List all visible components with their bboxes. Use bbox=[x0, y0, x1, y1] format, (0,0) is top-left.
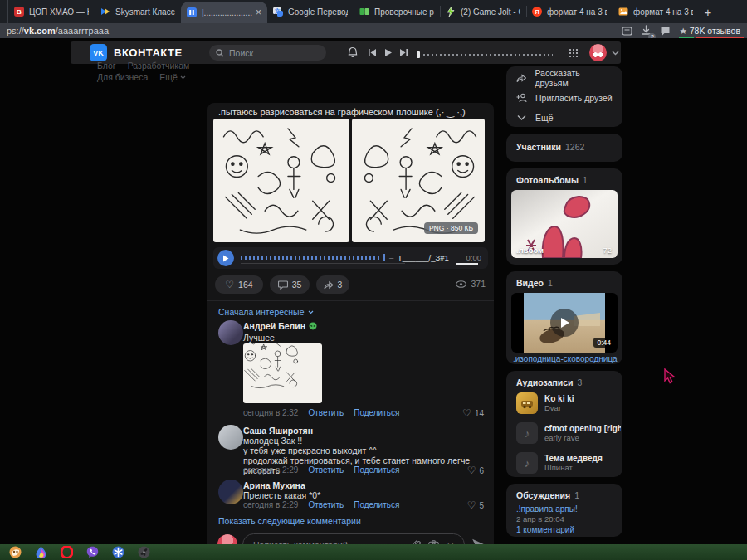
vk-logo-text[interactable]: ВКОНТАКТЕ bbox=[114, 46, 183, 59]
reply-link[interactable]: Ответить bbox=[308, 408, 344, 417]
reply-link[interactable]: Ответить bbox=[308, 465, 344, 475]
link-blog[interactable]: Блог bbox=[97, 61, 116, 71]
share-button[interactable]: 3 bbox=[316, 275, 349, 294]
audio-volume-line[interactable] bbox=[456, 263, 478, 265]
comments-bubble-icon[interactable] bbox=[660, 26, 671, 37]
post-audio-player: – Т______/_З#1 0:00 bbox=[213, 247, 488, 269]
link-business[interactable]: Для бизнеса bbox=[97, 72, 148, 82]
track-art-note-icon: ♪ bbox=[516, 452, 538, 474]
comment-avatar[interactable] bbox=[218, 425, 243, 450]
album-thumbnail[interactable]: .льбом 72 bbox=[511, 190, 618, 258]
discussion-comments-link[interactable]: 1 комментарий bbox=[516, 525, 574, 534]
share-link[interactable]: Поделиться bbox=[354, 500, 399, 509]
comment-author[interactable]: Арина Мухина bbox=[243, 480, 305, 490]
reviews-rating[interactable]: ★ 78K отзывов bbox=[679, 26, 740, 37]
comment-likes[interactable]: ♡ 14 bbox=[462, 408, 484, 418]
profile-chevron-down-icon[interactable] bbox=[612, 51, 619, 56]
new-tab-button[interactable]: + bbox=[699, 2, 717, 21]
tell-friends-item[interactable]: Рассказать друзьям bbox=[506, 68, 622, 88]
link-developers[interactable]: Разработчикам bbox=[128, 61, 190, 71]
post-image-1[interactable] bbox=[213, 119, 349, 242]
audio-progress-dashes[interactable] bbox=[241, 256, 382, 260]
tab-format-image[interactable]: формат 4 на 3 в пик bbox=[613, 0, 699, 23]
url-bar[interactable]: ps://vk.com/aaaarrтpaaa 2 ★ 78K отзывов bbox=[0, 23, 747, 38]
viber-icon[interactable] bbox=[86, 546, 99, 558]
invite-friends-label: Пригласить друзей bbox=[535, 93, 613, 103]
game-app-icon[interactable] bbox=[9, 546, 22, 558]
blue-messenger-app-icon[interactable] bbox=[112, 546, 124, 558]
tab-skysmart[interactable]: Skysmart Класс bbox=[95, 0, 181, 23]
audio-play-button[interactable] bbox=[217, 250, 234, 266]
share-link[interactable]: Поделиться bbox=[354, 408, 399, 417]
comment-author[interactable]: Саша Яширотян bbox=[243, 426, 313, 436]
more-actions-item[interactable]: Ещё bbox=[506, 108, 622, 128]
comment-likes[interactable]: ♡ 5 bbox=[467, 500, 484, 510]
comment-text: у тебя уже прекрасно выходит ^^ bbox=[243, 446, 377, 455]
comment-avatar[interactable] bbox=[218, 320, 243, 345]
comment-time[interactable]: сегодня в 2:29 bbox=[243, 500, 298, 509]
comment-time[interactable]: сегодня в 2:32 bbox=[243, 408, 298, 417]
track-artist: Dvar bbox=[544, 403, 574, 412]
link-more[interactable]: Ещё bbox=[159, 72, 185, 82]
comment-text: молодец Зак !! bbox=[243, 436, 302, 446]
player-prev-icon[interactable] bbox=[368, 48, 377, 57]
vk-logo-icon[interactable]: VK bbox=[90, 44, 107, 61]
player-progress-track[interactable] bbox=[423, 54, 553, 56]
tab-close-icon[interactable]: × bbox=[256, 7, 261, 18]
members-card[interactable]: Участники1262 bbox=[506, 134, 622, 162]
discussion-topic-link[interactable]: .!правила арпы! bbox=[516, 504, 578, 514]
downloads-icon[interactable]: 2 bbox=[641, 25, 652, 37]
paint-droplet-icon[interactable] bbox=[35, 546, 47, 558]
tab-tests[interactable]: Проверочные работ bbox=[354, 0, 440, 23]
player-play-icon[interactable] bbox=[383, 48, 393, 57]
comment-image[interactable] bbox=[243, 343, 322, 403]
audio-track[interactable]: ♪ cfmot opening [right ver… early rave bbox=[516, 422, 621, 444]
comment-likes[interactable]: ♡ 6 bbox=[467, 465, 484, 475]
bell-icon[interactable] bbox=[347, 46, 359, 59]
video-card: Видео1 0:44 .изоподница-сковородница bbox=[506, 271, 622, 364]
views-count: 371 bbox=[471, 279, 486, 289]
comment-author[interactable]: Андрей Белин bbox=[243, 321, 317, 331]
audio-track[interactable]: ♪ Тема медведя Шпинат bbox=[516, 452, 603, 474]
comment-avatar[interactable] bbox=[218, 480, 243, 504]
audio-track-title[interactable]: Т______/_З#1 bbox=[398, 253, 449, 262]
discussions-card: Обсуждения1 .!правила арпы! 2 апр в 20:0… bbox=[506, 484, 622, 537]
tab-cop-hmao[interactable]: В ЦОП ХМАО — ЮГРЫ bbox=[8, 0, 95, 23]
tab-vk-active[interactable]: |............................. × bbox=[181, 2, 267, 23]
albums-header[interactable]: Фотоальбомы1 bbox=[516, 175, 588, 185]
profile-avatar[interactable] bbox=[589, 44, 607, 61]
comments-sort-dropdown[interactable]: Сначала интересные bbox=[218, 307, 314, 317]
reader-mode-icon[interactable] bbox=[622, 26, 632, 37]
video-title-link[interactable]: .изоподница-сковородница bbox=[513, 354, 618, 363]
video-header[interactable]: Видео1 bbox=[516, 278, 553, 288]
fan-utility-icon[interactable] bbox=[138, 546, 150, 558]
tab-format-yandex[interactable]: Я формат 4 на 3 в пик bbox=[526, 0, 613, 23]
post-text: .пытаюсь разрисоваться на графическом пл… bbox=[218, 107, 488, 118]
like-count: 164 bbox=[238, 280, 253, 290]
video-thumbnail[interactable]: 0:44 bbox=[511, 293, 618, 353]
tab-title: ЦОП ХМАО — ЮГРЫ bbox=[29, 7, 89, 17]
comment-button[interactable]: 35 bbox=[270, 275, 310, 294]
audio-track[interactable]: Ko ki ki Dvar bbox=[516, 392, 574, 414]
like-button[interactable]: ♡ 164 bbox=[215, 275, 263, 294]
tab-favicon-image bbox=[618, 7, 628, 17]
audio-seek-line[interactable] bbox=[241, 263, 405, 264]
show-more-comments-link[interactable]: Показать следующие комментарии bbox=[218, 516, 361, 526]
post-image-2[interactable]: PNG · 850 КБ bbox=[352, 119, 485, 242]
discussions-header[interactable]: Обсуждения1 bbox=[516, 490, 579, 500]
tell-friends-label: Рассказать друзьям bbox=[535, 68, 613, 88]
share-link[interactable]: Поделиться bbox=[354, 465, 399, 475]
search-input[interactable]: Поиск bbox=[209, 45, 326, 61]
invite-friends-item[interactable]: Пригласить друзей bbox=[506, 88, 622, 108]
track-title: Тема медведя bbox=[544, 454, 603, 463]
opera-icon[interactable] bbox=[61, 546, 73, 558]
tab-google-translate[interactable]: 文 Google Переводчик bbox=[267, 0, 354, 23]
send-icon[interactable] bbox=[471, 538, 485, 544]
player-next-icon[interactable] bbox=[399, 48, 408, 57]
discussion-date: 2 апр в 20:04 bbox=[516, 514, 564, 523]
tab-gamejolt[interactable]: (2) Game Jolt - Game bbox=[440, 0, 526, 23]
audio-header[interactable]: Аудиозаписи3 bbox=[516, 377, 582, 387]
apps-grid-icon[interactable] bbox=[569, 48, 579, 58]
reply-link[interactable]: Ответить bbox=[308, 500, 344, 509]
comment-time[interactable]: сегодня в 2:29 bbox=[243, 465, 298, 475]
